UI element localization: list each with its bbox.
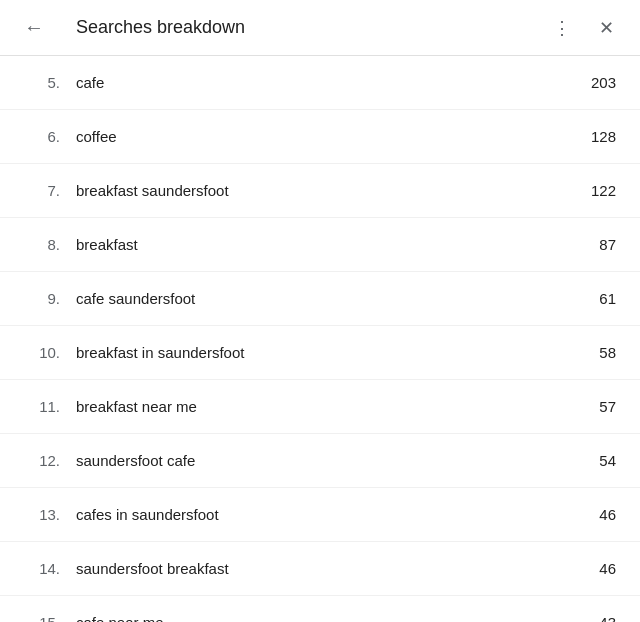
item-count: 122 <box>576 182 616 199</box>
item-term: cafes in saundersfoot <box>76 506 576 523</box>
more-options-button[interactable]: ⋮ <box>544 10 580 46</box>
item-term: cafe <box>76 74 576 91</box>
list-item: 8.breakfast87 <box>0 218 640 272</box>
item-count: 46 <box>576 560 616 577</box>
header-icons: ⋮ ✕ <box>544 10 624 46</box>
list-item: 12.saundersfoot cafe54 <box>0 434 640 488</box>
list-item: 10.breakfast in saundersfoot58 <box>0 326 640 380</box>
header-left: ← Searches breakdown <box>16 10 544 46</box>
item-term: saundersfoot breakfast <box>76 560 576 577</box>
item-count: 203 <box>576 74 616 91</box>
item-term: breakfast <box>76 236 576 253</box>
item-rank: 9. <box>24 290 60 307</box>
page-header: ← Searches breakdown ⋮ ✕ <box>0 0 640 56</box>
list-item: 7.breakfast saundersfoot122 <box>0 164 640 218</box>
search-list: 5.cafe2036.coffee1287.breakfast saunders… <box>0 56 640 622</box>
item-term: saundersfoot cafe <box>76 452 576 469</box>
item-count: 57 <box>576 398 616 415</box>
close-button[interactable]: ✕ <box>588 10 624 46</box>
item-count: 43 <box>576 614 616 622</box>
item-count: 54 <box>576 452 616 469</box>
item-rank: 15. <box>24 614 60 622</box>
list-item: 11.breakfast near me57 <box>0 380 640 434</box>
list-item: 13.cafes in saundersfoot46 <box>0 488 640 542</box>
list-item: 15.cafe near me43 <box>0 596 640 622</box>
item-rank: 7. <box>24 182 60 199</box>
item-rank: 14. <box>24 560 60 577</box>
list-item: 14.saundersfoot breakfast46 <box>0 542 640 596</box>
list-item: 6.coffee128 <box>0 110 640 164</box>
item-term: cafe saundersfoot <box>76 290 576 307</box>
item-term: breakfast in saundersfoot <box>76 344 576 361</box>
list-item: 9.cafe saundersfoot61 <box>0 272 640 326</box>
item-count: 128 <box>576 128 616 145</box>
item-term: breakfast near me <box>76 398 576 415</box>
item-rank: 5. <box>24 74 60 91</box>
item-rank: 10. <box>24 344 60 361</box>
item-rank: 12. <box>24 452 60 469</box>
back-button[interactable]: ← <box>16 10 52 46</box>
item-count: 58 <box>576 344 616 361</box>
item-count: 46 <box>576 506 616 523</box>
item-term: coffee <box>76 128 576 145</box>
item-rank: 11. <box>24 398 60 415</box>
page-title: Searches breakdown <box>76 17 245 38</box>
item-count: 61 <box>576 290 616 307</box>
item-rank: 13. <box>24 506 60 523</box>
item-term: breakfast saundersfoot <box>76 182 576 199</box>
item-term: cafe near me <box>76 614 576 622</box>
item-rank: 6. <box>24 128 60 145</box>
item-count: 87 <box>576 236 616 253</box>
list-item: 5.cafe203 <box>0 56 640 110</box>
item-rank: 8. <box>24 236 60 253</box>
